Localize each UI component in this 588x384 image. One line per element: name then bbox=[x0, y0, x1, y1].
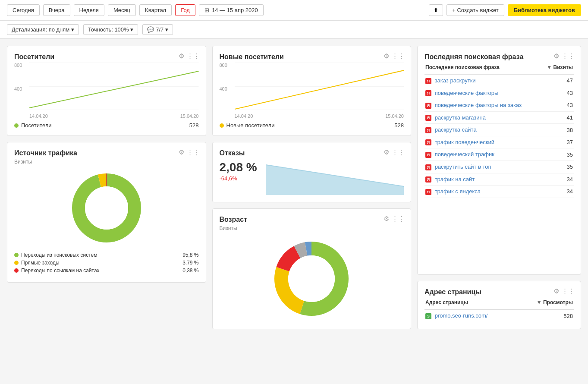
create-widget-button[interactable]: + Создать виджет bbox=[447, 4, 504, 16]
traffic-grid-icon[interactable]: ⋮⋮ bbox=[187, 148, 200, 156]
search-table-row: Я трафик на сайт 34 bbox=[424, 173, 574, 186]
search-phrase-link[interactable]: трафик на сайт bbox=[435, 176, 475, 183]
traffic-legend-dot-search bbox=[14, 253, 19, 257]
traffic-legend-dot-direct bbox=[14, 261, 19, 265]
age-widget: Возраст Визиты ⚙ ⋮⋮ bbox=[212, 208, 412, 329]
search-visits-cell: 37 bbox=[541, 136, 574, 148]
traffic-source-subtitle: Визиты bbox=[14, 159, 199, 165]
rejections-settings-icon[interactable]: ⚙ bbox=[384, 148, 389, 156]
search-phrase-cell: Я поведенческие факторы на заказ bbox=[424, 99, 541, 112]
new-visitors-widget: Новые посетители ⚙ ⋮⋮ 800 400 bbox=[212, 46, 412, 136]
age-donut-chart bbox=[268, 236, 355, 322]
search-phrase-link[interactable]: трафик с яндекса bbox=[435, 188, 481, 195]
search-phrase-cell: Я раскрутка магазина bbox=[424, 111, 541, 124]
dashboard: Посетители ⚙ ⋮⋮ 800 400 bbox=[0, 39, 588, 336]
age-title: Возраст bbox=[220, 216, 404, 223]
search-phrase-link[interactable]: раскрутка магазина bbox=[435, 114, 486, 121]
address-url-link[interactable]: promo.seo-runs.com/ bbox=[435, 312, 488, 319]
svg-point-6 bbox=[85, 186, 128, 230]
yandex-icon: Я bbox=[425, 103, 431, 109]
accuracy-filter[interactable]: Точность: 100% ▾ bbox=[83, 24, 138, 35]
new-visitors-grid-icon[interactable]: ⋮⋮ bbox=[392, 52, 405, 60]
search-visits-cell: 41 bbox=[541, 111, 574, 124]
search-phrase-link[interactable]: поведенческие факторы bbox=[435, 90, 499, 96]
address-sort-arrow: ▼ bbox=[537, 299, 542, 305]
search-visits-cell: 35 bbox=[541, 161, 574, 173]
traffic-donut-chart bbox=[68, 169, 145, 247]
search-phrase-link[interactable]: поведенческий трафик bbox=[435, 151, 494, 157]
svg-point-16 bbox=[288, 255, 335, 302]
search-phrase-cell: Я раскрутка сайта bbox=[424, 124, 541, 136]
site-icon: S bbox=[425, 313, 431, 319]
traffic-legend-dot-referral bbox=[14, 268, 19, 273]
segments-filter[interactable]: 💬 7/7 ▾ bbox=[142, 24, 173, 35]
search-phrases-grid-icon[interactable]: ⋮⋮ bbox=[562, 52, 575, 60]
search-phrases-settings-icon[interactable]: ⚙ bbox=[553, 52, 559, 60]
search-phrase-cell: Я заказ раскрутки bbox=[424, 74, 541, 87]
visitors-title: Посетители bbox=[14, 53, 199, 61]
new-visitors-legend: Новые посетители 528 bbox=[220, 122, 404, 129]
yandex-icon: Я bbox=[425, 90, 431, 96]
traffic-legend-value-search: 95,8 % bbox=[182, 252, 198, 258]
visitors-legend-left: Посетители bbox=[14, 122, 52, 129]
visitors-svg-wrap bbox=[29, 63, 199, 110]
export-button[interactable]: ⬆ bbox=[429, 4, 443, 16]
library-button[interactable]: Библиотека виджетов bbox=[508, 4, 581, 16]
traffic-legend-label-direct: Прямые заходы bbox=[21, 260, 60, 266]
search-phrases-title: Последняя поисковая фраза bbox=[424, 53, 574, 61]
visitors-grid-icon[interactable]: ⋮⋮ bbox=[187, 52, 200, 60]
visitors-widget: Посетители ⚙ ⋮⋮ 800 400 bbox=[7, 46, 206, 136]
yandex-icon: Я bbox=[425, 176, 431, 183]
traffic-source-widget: Источник трафика Визиты ⚙ ⋮⋮ bbox=[7, 142, 206, 283]
search-phrase-cell: Я трафик с яндекса bbox=[424, 186, 541, 198]
traffic-legend-label-referral: Переходы по ссылкам на сайтах bbox=[21, 268, 100, 274]
search-phrase-cell: Я поведенческий трафик bbox=[424, 148, 541, 161]
period-quarter[interactable]: Квартал bbox=[139, 4, 172, 16]
visitors-settings-icon[interactable]: ⚙ bbox=[179, 52, 184, 60]
rejections-grid-icon[interactable]: ⋮⋮ bbox=[392, 148, 405, 156]
traffic-settings-icon[interactable]: ⚙ bbox=[179, 148, 184, 156]
period-yesterday[interactable]: Вчера bbox=[43, 4, 70, 16]
search-phrases-table: Последняя поисковая фраза ▼ Визиты Я зак… bbox=[424, 63, 574, 198]
search-phrase-link[interactable]: поведенческие факторы на заказ bbox=[435, 102, 522, 108]
date-range-picker[interactable]: ⊞ 14 — 15 апр 2020 bbox=[199, 4, 264, 16]
detail-filter[interactable]: Детализация: по дням ▾ bbox=[7, 24, 79, 35]
rejections-widget: Отказы ⚙ ⋮⋮ 2,08 % -64,6% bbox=[212, 142, 412, 202]
traffic-legend-value-direct: 3,79 % bbox=[182, 260, 198, 266]
period-month[interactable]: Месяц bbox=[108, 4, 136, 16]
search-visits-cell: 34 bbox=[541, 173, 574, 186]
address-settings-icon[interactable]: ⚙ bbox=[553, 287, 559, 295]
search-phrase-link[interactable]: раскрутить сайт в топ bbox=[435, 164, 491, 170]
rejection-change: -64,6% bbox=[220, 175, 257, 182]
period-week[interactable]: Неделя bbox=[74, 4, 104, 16]
rejections-controls: ⚙ ⋮⋮ bbox=[384, 148, 405, 156]
new-visitors-title: Новые посетители bbox=[220, 53, 404, 61]
address-url-cell: S promo.seo-runs.com/ bbox=[424, 309, 518, 322]
new-visitors-y-top: 800 bbox=[220, 63, 235, 68]
new-visitors-settings-icon[interactable]: ⚙ bbox=[384, 52, 389, 60]
middle-column: Новые посетители ⚙ ⋮⋮ 800 400 bbox=[212, 46, 412, 329]
search-phrases-widget: Последняя поисковая фраза ⚙ ⋮⋮ Последняя… bbox=[417, 46, 581, 275]
rejection-value: 2,08 % bbox=[220, 161, 257, 174]
traffic-donut-wrap: Переходы из поисковых систем 95,8 % Прям… bbox=[14, 169, 199, 275]
search-phrase-link[interactable]: заказ раскрутки bbox=[435, 77, 476, 84]
address-table-row: S promo.seo-runs.com/ 528 bbox=[424, 309, 574, 322]
visitors-chart: 800 400 14.04.20 15.04.20 bbox=[14, 63, 199, 119]
age-grid-icon[interactable]: ⋮⋮ bbox=[392, 215, 405, 223]
search-table-row: Я трафик поведенческий 37 bbox=[424, 136, 574, 148]
new-visitors-svg-wrap bbox=[235, 63, 404, 110]
period-today[interactable]: Сегодня bbox=[7, 4, 40, 16]
new-visitors-legend-dot bbox=[220, 123, 224, 128]
new-visitors-legend-label: Новые посетители bbox=[226, 122, 275, 129]
period-year[interactable]: Год bbox=[175, 4, 195, 16]
search-table-row: Я поведенческий трафик 35 bbox=[424, 148, 574, 161]
new-visitors-legend-value: 528 bbox=[394, 122, 404, 129]
search-phrase-link[interactable]: раскрутка сайта bbox=[435, 126, 477, 133]
age-settings-icon[interactable]: ⚙ bbox=[384, 215, 389, 223]
traffic-source-title: Источник трафика bbox=[14, 149, 199, 157]
address-controls: ⚙ ⋮⋮ bbox=[553, 287, 575, 295]
search-phrase-link[interactable]: трафик поведенческий bbox=[435, 139, 494, 145]
search-phrase-cell: Я трафик поведенческий bbox=[424, 136, 541, 148]
search-table-row: Я заказ раскрутки 47 bbox=[424, 74, 574, 87]
address-grid-icon[interactable]: ⋮⋮ bbox=[562, 287, 575, 295]
